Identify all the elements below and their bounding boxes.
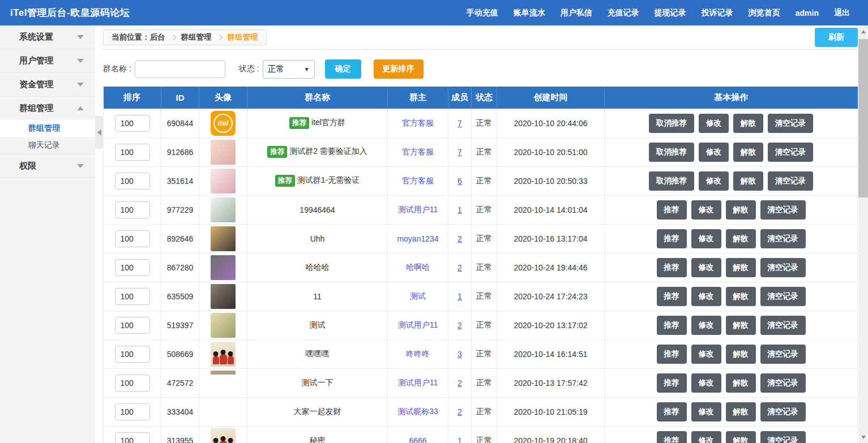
member-count-link[interactable]: 1 — [457, 205, 462, 214]
sort-input[interactable] — [115, 259, 150, 276]
clear-records-button[interactable]: 清空记录 — [760, 402, 806, 422]
sidebar-item-system-settings[interactable]: 系统设置 — [0, 25, 95, 49]
dissolve-button[interactable]: 解散 — [726, 402, 756, 422]
sort-input[interactable] — [115, 346, 150, 363]
recommend-button[interactable]: 推荐 — [657, 229, 687, 248]
clear-records-button[interactable]: 清空记录 — [760, 316, 806, 335]
owner-link[interactable]: 测试用户11 — [398, 378, 438, 387]
edit-button[interactable]: 修改 — [691, 373, 721, 393]
group-name-input[interactable] — [135, 61, 225, 78]
group-avatar[interactable] — [211, 399, 236, 424]
member-count-link[interactable]: 7 — [457, 148, 462, 157]
owner-link[interactable]: 官方客服 — [402, 118, 434, 127]
group-avatar[interactable] — [211, 197, 236, 222]
cancel-recommend-button[interactable]: 取消推荐 — [649, 171, 694, 191]
group-avatar[interactable] — [211, 226, 236, 251]
scrollbar[interactable] — [858, 25, 868, 443]
nav-user-messages[interactable]: 用户私信 — [561, 8, 592, 18]
member-count-link[interactable]: 1 — [457, 436, 462, 443]
edit-button[interactable]: 修改 — [691, 229, 721, 248]
member-count-link[interactable]: 2 — [457, 407, 462, 416]
edit-button[interactable]: 修改 — [699, 143, 729, 162]
owner-link[interactable]: 咚咚咚 — [406, 349, 430, 358]
nav-billing-flow[interactable]: 账单流水 — [514, 8, 545, 18]
confirm-button[interactable]: 确定 — [325, 59, 361, 79]
dissolve-button[interactable]: 解散 — [733, 114, 763, 133]
group-avatar[interactable] — [211, 169, 236, 193]
owner-link[interactable]: 测试 — [410, 291, 426, 300]
recommend-button[interactable]: 推荐 — [657, 316, 687, 335]
refresh-button[interactable]: 刷新 — [815, 28, 858, 47]
clear-records-button[interactable]: 清空记录 — [760, 229, 806, 248]
edit-button[interactable]: 修改 — [691, 316, 721, 335]
sort-input[interactable] — [115, 403, 150, 420]
recommend-button[interactable]: 推荐 — [657, 402, 687, 422]
group-avatar[interactable] — [211, 428, 236, 443]
scroll-down-arrow[interactable] — [858, 432, 868, 442]
dissolve-button[interactable]: 解散 — [726, 258, 756, 277]
member-count-link[interactable]: 2 — [457, 234, 462, 243]
recommend-button[interactable]: 推荐 — [657, 431, 687, 443]
clear-records-button[interactable]: 清空记录 — [760, 287, 806, 306]
clear-records-button[interactable]: 清空记录 — [768, 114, 813, 133]
dissolve-button[interactable]: 解散 — [733, 143, 763, 162]
dissolve-button[interactable]: 解散 — [726, 345, 756, 364]
owner-link[interactable]: 测试用户11 — [398, 205, 438, 214]
sidebar-item-user-management[interactable]: 用户管理 — [0, 49, 95, 72]
sidebar-item-group-management[interactable]: 群组管理 — [0, 97, 95, 120]
clear-records-button[interactable]: 清空记录 — [760, 431, 806, 443]
member-count-link[interactable]: 2 — [457, 263, 462, 272]
owner-link[interactable]: 测试昵称33 — [397, 407, 438, 416]
sidebar-subitem-chat-records[interactable]: 聊天记录 — [0, 137, 95, 154]
edit-button[interactable]: 修改 — [699, 114, 729, 133]
dissolve-button[interactable]: 解散 — [726, 200, 756, 220]
edit-button[interactable]: 修改 — [691, 345, 721, 364]
nav-admin[interactable]: admin — [796, 8, 819, 18]
sort-input[interactable] — [115, 288, 150, 305]
cancel-recommend-button[interactable]: 取消推荐 — [649, 143, 694, 162]
owner-link[interactable]: 测试用户11 — [398, 320, 438, 329]
dissolve-button[interactable]: 解散 — [726, 373, 756, 393]
member-count-link[interactable]: 6 — [457, 177, 462, 186]
recommend-button[interactable]: 推荐 — [657, 345, 687, 364]
member-count-link[interactable]: 7 — [457, 119, 462, 128]
dissolve-button[interactable]: 解散 — [733, 171, 763, 191]
nav-withdraw-records[interactable]: 提现记录 — [655, 8, 686, 18]
nav-recharge-records[interactable]: 充值记录 — [608, 8, 639, 18]
nav-logout[interactable]: 退出 — [834, 8, 850, 18]
group-avatar[interactable] — [211, 140, 236, 165]
member-count-link[interactable]: 2 — [457, 321, 462, 330]
clear-records-button[interactable]: 清空记录 — [760, 258, 806, 277]
clear-records-button[interactable]: 清空记录 — [760, 373, 806, 393]
sort-input[interactable] — [115, 115, 150, 132]
sort-input[interactable] — [115, 317, 150, 334]
recommend-button[interactable]: 推荐 — [657, 373, 687, 393]
owner-link[interactable]: 官方客服 — [402, 147, 434, 156]
dissolve-button[interactable]: 解散 — [726, 229, 756, 248]
scroll-up-arrow[interactable] — [858, 27, 868, 36]
nav-browse-home[interactable]: 浏览首页 — [749, 8, 780, 18]
sidebar-collapse-handle[interactable] — [95, 116, 103, 149]
recommend-button[interactable]: 推荐 — [657, 287, 687, 306]
clear-records-button[interactable]: 清空记录 — [768, 171, 813, 191]
sort-input[interactable] — [115, 230, 150, 247]
member-count-link[interactable]: 3 — [457, 350, 462, 359]
cancel-recommend-button[interactable]: 取消推荐 — [649, 114, 694, 133]
group-avatar[interactable] — [211, 371, 236, 395]
group-avatar[interactable] — [211, 313, 236, 338]
edit-button[interactable]: 修改 — [691, 200, 721, 220]
nav-complaint-records[interactable]: 投诉记录 — [702, 8, 733, 18]
group-avatar[interactable]: itel — [211, 111, 236, 136]
clear-records-button[interactable]: 清空记录 — [760, 345, 806, 364]
sort-input[interactable] — [115, 173, 150, 190]
clear-records-button[interactable]: 清空记录 — [760, 200, 806, 220]
edit-button[interactable]: 修改 — [691, 287, 721, 306]
dissolve-button[interactable]: 解散 — [726, 287, 756, 306]
edit-button[interactable]: 修改 — [691, 402, 721, 422]
edit-button[interactable]: 修改 — [691, 258, 721, 277]
member-count-link[interactable]: 1 — [457, 292, 462, 301]
recommend-button[interactable]: 推荐 — [657, 258, 687, 277]
sidebar-subitem-group-management[interactable]: 群组管理 — [0, 120, 95, 137]
group-avatar[interactable] — [211, 255, 236, 280]
update-sort-button[interactable]: 更新排序 — [374, 59, 424, 79]
